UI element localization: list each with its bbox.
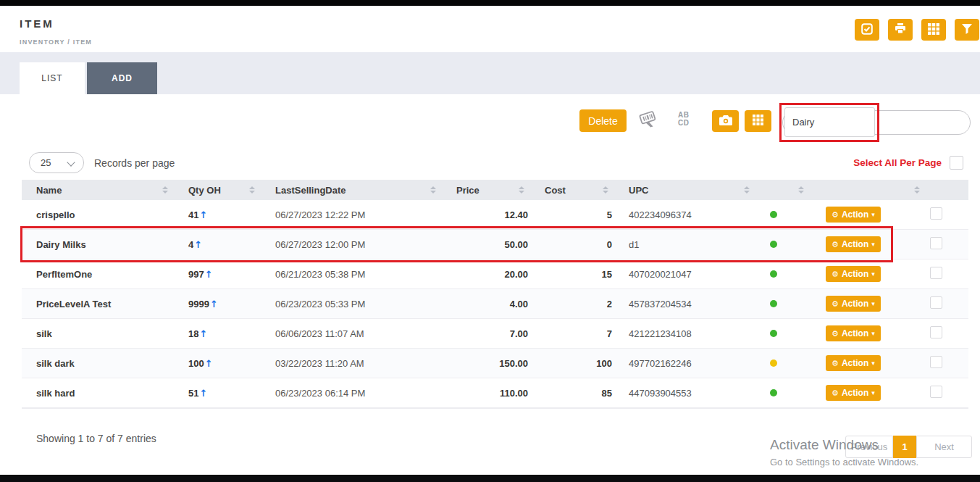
action-button[interactable]: ⚙Action▾ [826,236,881,252]
action-button[interactable]: ⚙Action▾ [826,296,881,312]
sort-arrows-icon [744,186,750,194]
cell-action: ⚙Action▾ [810,355,926,371]
previous-page-button[interactable]: Previous [845,436,893,458]
sort-arrows-icon [798,186,804,194]
cell-qty-oh: 4↑ [174,239,261,250]
cell-action: ⚙Action▾ [810,325,926,341]
column-header-upc[interactable]: UPC [614,180,755,200]
header-action-buttons [855,19,979,41]
grid-icon [928,23,939,37]
gear-icon: ⚙ [832,240,839,249]
row-checkbox[interactable] [930,326,942,338]
sort-arrows-icon [914,186,920,194]
barcode-scanner-icon [638,122,658,133]
column-header-extra-7[interactable] [810,180,926,200]
filter-button[interactable] [955,19,979,41]
records-per-page-select[interactable]: 25 [29,152,84,173]
cell-qty-oh: 18↑ [174,328,261,339]
action-button[interactable]: ⚙Action▾ [826,355,881,371]
cell-action: ⚙Action▾ [810,266,926,282]
delete-button[interactable]: Delete [579,109,627,132]
barcode-scanner-button[interactable] [637,109,659,132]
status-dot [770,330,777,337]
print-button[interactable] [888,19,913,41]
cell-cost: 2 [530,299,614,309]
cell-price: 12.40 [442,209,530,220]
select-all-checkbox[interactable] [950,156,963,170]
cell-status [755,358,810,369]
breadcrumb[interactable]: INVENTORY / ITEM [20,38,92,46]
cell-last-selling-date: 06/23/2023 05:33 PM [261,299,442,309]
status-dot [770,389,777,396]
cell-last-selling-date: 06/27/2023 12:22 PM [261,209,442,220]
row-checkbox[interactable] [930,207,942,220]
table-row: PerfItemOne 997↑ 06/21/2023 05:38 PM 20.… [22,259,968,289]
search-input[interactable] [784,107,875,137]
camera-icon [719,115,732,128]
cell-upc: 402234096374 [614,209,755,220]
gear-icon: ⚙ [832,359,839,368]
status-dot [770,360,777,367]
row-checkbox[interactable] [930,356,942,368]
column-header-lastsellingdate[interactable]: LastSellingDate [261,180,442,200]
action-button-label: Action [842,358,868,368]
page-header: ITEM INVENTORY / ITEM [0,6,980,52]
camera-button[interactable] [712,110,739,132]
caret-down-icon: ▾ [871,241,875,248]
caret-down-icon: ▾ [871,330,875,337]
records-per-page-label: Records per page [94,157,175,169]
cell-price: 150.00 [442,358,530,369]
cell-status [755,209,810,220]
row-checkbox[interactable] [930,296,942,309]
status-dot [770,241,777,248]
cell-last-selling-date: 06/21/2023 05:38 PM [261,269,442,280]
cell-name: silk [22,328,174,339]
cell-name: PriceLevelA Test [22,299,174,309]
cell-name: silk hard [22,388,174,399]
row-checkbox[interactable] [930,386,942,398]
up-arrow-icon: ↑ [210,299,218,309]
cell-upc: 497702162246 [614,358,755,369]
cell-cost: 85 [530,388,614,399]
column-header-cost[interactable]: Cost [530,180,614,200]
abcd-label-button[interactable]: AB CD [678,111,689,127]
current-page-button[interactable]: 1 [893,436,916,458]
column-header-extra-6[interactable] [755,180,810,200]
status-dot [770,300,777,307]
tab-add[interactable]: ADD [87,62,157,94]
column-header-name[interactable]: Name [22,180,174,200]
action-button[interactable]: ⚙Action▾ [826,266,881,282]
up-arrow-icon: ↑ [205,358,213,369]
cell-cost: 0 [530,239,614,250]
action-button-label: Action [842,328,868,338]
action-button-label: Action [842,299,868,309]
check-square-icon [861,23,873,37]
grid-view-button[interactable] [921,19,946,41]
cell-upc: 421221234108 [614,328,755,339]
cell-checkbox [926,326,968,341]
cell-name: crispello [22,209,174,220]
row-checkbox[interactable] [930,267,942,279]
column-header-qty-oh[interactable]: Qty OH [174,180,261,200]
columns-button[interactable] [745,110,771,132]
bottom-window-strip [0,475,980,482]
action-button[interactable]: ⚙Action▾ [826,325,881,341]
cell-qty-oh: 9999↑ [174,299,261,309]
action-button[interactable]: ⚙Action▾ [826,207,881,223]
main-content: Delete AB CD 25 Records per page Select … [0,94,980,475]
cell-upc: 447093904553 [614,388,755,399]
sort-arrows-icon [603,186,608,194]
tab-list[interactable]: LIST [20,62,85,94]
select-all-label: Select All Per Page [853,157,942,168]
next-page-button[interactable]: Next [916,436,972,458]
column-header-label: UPC [614,185,648,196]
action-button[interactable]: ⚙Action▾ [826,385,881,401]
cell-price: 7.00 [442,328,530,339]
up-arrow-icon: ↑ [194,239,202,250]
records-per-page-value: 25 [41,157,51,168]
row-checkbox[interactable] [930,237,942,249]
check-square-button[interactable] [855,19,879,41]
column-header-price[interactable]: Price [442,180,530,200]
column-header-label: Qty OH [174,185,221,196]
cell-name: PerfItemOne [22,269,174,280]
